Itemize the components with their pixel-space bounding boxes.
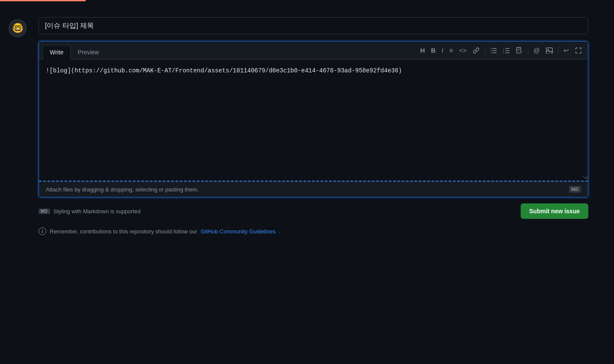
text-area-wrapper: ![blog](https://github.com/MAK-E-AT/Fron… <box>39 60 588 181</box>
task-list-button[interactable] <box>513 45 525 56</box>
italic-button[interactable]: I <box>439 45 446 55</box>
footer-row: MD Styling with Markdown is supported Su… <box>39 203 588 219</box>
editor-tabs-row: Write Preview H B I ≡ <> <box>39 42 588 60</box>
toolbar-divider-1 <box>485 47 485 54</box>
info-icon: i <box>39 227 46 235</box>
tab-write[interactable]: Write <box>42 45 71 60</box>
markdown-note-text: Styling with Markdown is supported <box>54 208 141 215</box>
guidelines-text-before: Remember, contributions to this reposito… <box>50 228 197 235</box>
toolbar-divider-2 <box>528 47 528 54</box>
image-icon <box>546 47 553 54</box>
markdown-badge: MD <box>39 209 50 214</box>
attach-bar: Attach files by dragging & dropping, sel… <box>39 181 588 197</box>
issue-title-input[interactable] <box>39 17 588 34</box>
fullscreen-icon <box>575 47 582 54</box>
editor-container: Write Preview H B I ≡ <> <box>39 41 588 197</box>
progress-bar <box>0 0 86 1</box>
guidelines-link[interactable]: GitHub Community Guidelines <box>201 228 276 235</box>
ordered-list-button[interactable] <box>501 45 513 56</box>
unordered-list-icon <box>490 47 497 54</box>
toolbar-divider-3 <box>558 47 558 54</box>
link-button[interactable] <box>470 45 482 56</box>
resize-handle[interactable]: ⤡ <box>581 174 588 181</box>
avatar: 🤓 <box>9 19 27 37</box>
markdown-icon-attach: MD <box>569 186 581 193</box>
mention-button[interactable]: @ <box>531 45 542 55</box>
heading-button[interactable]: H <box>418 45 428 55</box>
markdown-note: MD Styling with Markdown is supported <box>39 208 140 215</box>
guidelines-row: i Remember, contributions to this reposi… <box>39 227 588 235</box>
submit-new-issue-button[interactable]: Submit new issue <box>521 203 588 219</box>
undo-button[interactable]: ↩ <box>561 45 572 55</box>
attach-text: Attach files by dragging & dropping, sel… <box>46 186 199 193</box>
link-icon <box>473 47 480 54</box>
bold-button[interactable]: B <box>428 45 438 55</box>
unordered-list-button[interactable] <box>488 45 500 56</box>
code-button[interactable]: <> <box>456 45 469 55</box>
guidelines-text-after: . <box>279 228 281 235</box>
editor-textarea[interactable]: ![blog](https://github.com/MAK-E-AT/Fron… <box>39 60 588 179</box>
task-list-icon <box>516 47 523 54</box>
blockquote-button[interactable]: ≡ <box>447 45 456 55</box>
fullscreen-button[interactable] <box>572 45 584 56</box>
tab-preview[interactable]: Preview <box>71 45 106 59</box>
ordered-list-icon <box>503 47 510 54</box>
image-button[interactable] <box>543 45 555 56</box>
